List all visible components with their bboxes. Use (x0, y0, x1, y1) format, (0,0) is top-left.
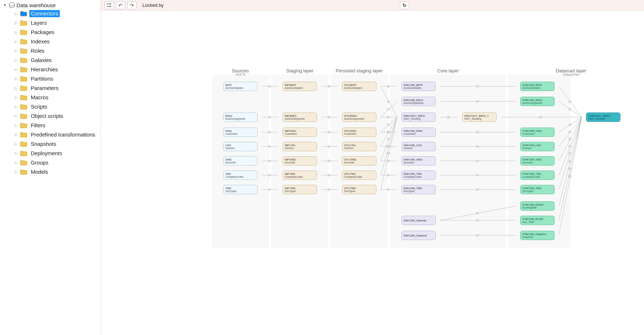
node-pst-5[interactable]: STG.T001CompanyCodes (342, 171, 376, 180)
tree-item-layers[interactable]: ▷Layers (13, 18, 101, 28)
node-dm-7[interactable]: STAR.DIM_BUDATBookingDate (520, 201, 555, 211)
col-header-sources: SourcesSAP R (212, 68, 269, 76)
caret-right-icon: ▷ (14, 10, 18, 17)
node-pst-4[interactable]: STG.SKB1Accounts (342, 156, 376, 166)
node-src-2[interactable]: KNA1Customers (223, 128, 258, 137)
tree-item-label: Filters (29, 122, 47, 129)
tree-item-macros[interactable]: ▷Macros (13, 93, 101, 102)
node-src-3[interactable]: LFA1Vendors (223, 142, 258, 151)
node-title: STAR.DIM_T003 (522, 187, 552, 190)
tree-item-deployments[interactable]: ▷Deployments (13, 149, 101, 158)
node-core-3[interactable]: DWH.DIM_KNA1Customers (401, 128, 436, 137)
tree-item-packages[interactable]: ▷Packages (13, 28, 101, 37)
folder-icon (20, 141, 27, 147)
tree-item-parameters[interactable]: ▷Parameters (13, 83, 101, 93)
node-src-5[interactable]: T001CompanyCodes (223, 171, 258, 180)
node-dm-4[interactable]: STAR.DIM_SKB1Accounts (520, 156, 555, 166)
refresh-button[interactable]: ↻ (400, 1, 409, 9)
tree-root[interactable]: ▾ Data warehouse (3, 1, 101, 9)
node-title: IMP.T003 (285, 187, 315, 190)
caret-right-icon: ▷ (14, 57, 18, 63)
node-dm-8[interactable]: STAR.DIM_BLDATDoc._Date (520, 216, 555, 225)
tree-item-snapshots[interactable]: ▷Snapshots (13, 139, 101, 149)
caret-right-icon: ▷ (14, 76, 18, 82)
node-pst-6[interactable]: STG.T003DocTypes (342, 185, 376, 194)
node-core-4[interactable]: DWH.DIM_LFA1Vendors (401, 142, 436, 151)
caret-right-icon: ▷ (14, 122, 18, 129)
node-stg-1[interactable]: IMP.BSEGAccDocSegments (283, 113, 317, 122)
node-dm-2[interactable]: STAR.DIM_KNA1Customers (520, 128, 555, 137)
node-title: BKPF (225, 84, 255, 87)
node-core-0[interactable]: DWH.DIM_BKPFAccDocHeaders (401, 82, 436, 91)
tree-item-object-scripts[interactable]: ▷Object scripts (13, 111, 101, 121)
node-subtitle: Accounts (522, 161, 552, 164)
node-title: DWH.DIM_Calendar (404, 219, 434, 222)
node-dm-fact[interactable]: STAR.FACT_BSEGFACT_Booking (586, 113, 620, 122)
node-core-5[interactable]: DWH.DIM_SKB1Accounts (401, 156, 436, 166)
node-subtitle: CompanyCodes (522, 176, 552, 178)
node-title: DWH.DIM_T003 (404, 187, 434, 190)
node-stg-5[interactable]: IMP.T001CompanyCodes (283, 171, 317, 180)
node-core-6[interactable]: DWH.DIM_T001CompanyCodes (401, 171, 436, 180)
tree-item-groups[interactable]: ▷Groups (13, 158, 101, 167)
node-title: DWH.FACT_BSEG_T (464, 115, 494, 118)
node-dm-3[interactable]: STAR.DIM_LFA1Vendors (520, 142, 555, 151)
node-src-4[interactable]: SKB1Accounts (223, 156, 258, 166)
tree-item-filters[interactable]: ▷Filters (13, 121, 101, 130)
node-pst-1[interactable]: STG.BSEGAccDocSegments (342, 113, 376, 122)
redo-button[interactable]: ↷ (127, 1, 137, 9)
undo-button[interactable]: ↶ (116, 1, 125, 9)
node-pst-2[interactable]: STG.KNA1Customers (342, 128, 376, 137)
node-title: T001 (225, 173, 255, 176)
node-dm-1[interactable]: STAR.DIM_BSEGAccDocSegments (520, 97, 555, 106)
tree-item-indexes[interactable]: ▷Indexes (13, 37, 101, 46)
locked-by-label: Locked by (142, 3, 164, 8)
node-stg-4[interactable]: IMP.SKB1Accounts (283, 156, 317, 166)
node-pst-3[interactable]: STG.LFA1Vendors (342, 142, 376, 151)
tree-item-models[interactable]: ▷Models (13, 167, 101, 177)
tree-item-label: Predefined transformations (29, 131, 97, 138)
node-title: IMP.KNA1 (285, 130, 315, 133)
tree-item-scripts[interactable]: ▷Scripts (13, 102, 101, 111)
node-core-8[interactable]: DWH.DIM_Calendar (401, 216, 436, 225)
node-subtitle: AccDocSegments (285, 118, 315, 120)
tree-item-hierarchies[interactable]: ▷Hierarchies (13, 65, 101, 74)
node-dm-0[interactable]: STAR.DIM_BKPFAccDocHeaders (520, 82, 555, 91)
node-dm-9[interactable]: STAR.DIM_SnapshotSnapshot (520, 231, 555, 240)
tree-item-label: Hierarchies (29, 66, 59, 73)
node-dm-6[interactable]: STAR.DIM_T003DocTypes (520, 185, 555, 194)
tree-item-galaxies[interactable]: ▷Galaxies (13, 56, 101, 65)
node-core-7[interactable]: DWH.DIM_T003DocTypes (401, 185, 436, 194)
node-stg-3[interactable]: IMP.LFA1Vendors (283, 142, 317, 151)
node-title: IMP.BKPF (285, 84, 315, 87)
node-core-9[interactable]: DWH.DIM_Snapshot (401, 231, 436, 240)
node-stg-6[interactable]: IMP.T003DocTypes (283, 185, 317, 194)
diagram-canvas[interactable]: SourcesSAP R Staging layer Persisted sta… (101, 11, 644, 335)
tree-item-connectors[interactable]: ▷Connectors (13, 9, 101, 18)
node-subtitle: DocTypes (344, 190, 374, 193)
tree-sidebar: ▾ Data warehouse ▷Connectors▷Layers▷Pack… (0, 0, 101, 335)
node-stg-2[interactable]: IMP.KNA1Customers (283, 128, 317, 137)
node-src-1[interactable]: BSEGAccDocSegments (223, 113, 258, 122)
node-pst-0[interactable]: STG.BKPFAccDocHeaders (342, 82, 376, 91)
caret-right-icon: ▷ (14, 29, 18, 35)
node-subtitle: FACT_Booking (588, 118, 618, 120)
node-title: STG.T003 (344, 187, 374, 190)
node-dm-5[interactable]: STAR.DIM_T001CompanyCodes (520, 171, 555, 180)
node-core-fact-t[interactable]: DWH.FACT_BSEG_TFACT_Booking (462, 113, 497, 122)
node-core-2[interactable]: DWH.FACT_BSEGFACT_Booking (401, 113, 436, 122)
tree-item-roles[interactable]: ▷Roles (13, 46, 101, 56)
node-src-6[interactable]: T003DocTypes (223, 185, 258, 194)
folder-icon (20, 169, 27, 175)
node-stg-0[interactable]: IMP.BKPFAccDocHeaders (283, 82, 317, 91)
node-title: STAR.DIM_BSEG (522, 99, 552, 102)
tree-item-predefined-transformations[interactable]: ▷Predefined transformations (13, 130, 101, 139)
caret-right-icon: ▷ (14, 38, 18, 45)
tree-item-label: Parameters (29, 85, 60, 92)
node-title: STAR.DIM_LFA1 (522, 144, 552, 147)
node-core-1[interactable]: DWH.DIM_BSEGAccDocSegments (401, 97, 436, 106)
node-title: STAR.DIM_T001 (522, 173, 552, 176)
view-options-button[interactable] (104, 1, 114, 9)
tree-item-partitions[interactable]: ▷Partitions (13, 74, 101, 83)
node-src-0[interactable]: BKPFAccDocHeaders (223, 82, 258, 91)
